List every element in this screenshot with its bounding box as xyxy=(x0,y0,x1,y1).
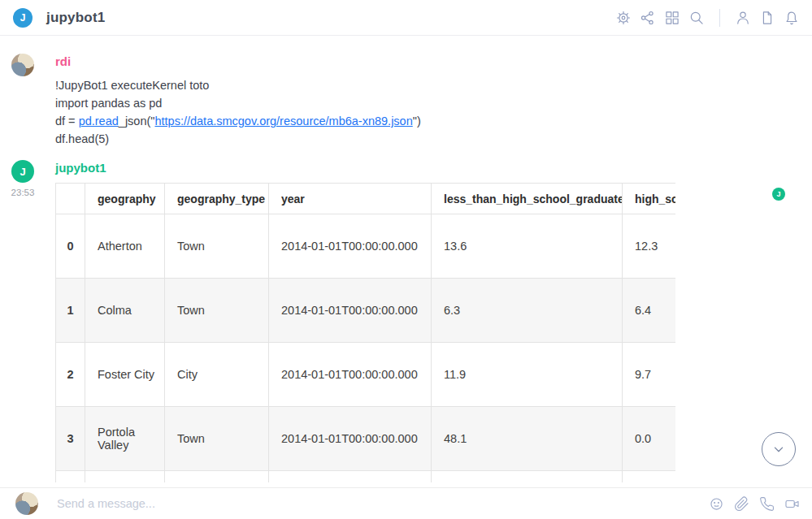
message-text-line: df.head(5) xyxy=(55,130,812,148)
table-cell xyxy=(165,471,269,483)
table-cell: 2014-01-01T00:00:00.000 xyxy=(269,214,432,279)
members-icon[interactable] xyxy=(735,10,751,26)
message-text-line: !JupyBot1 executeKernel toto xyxy=(55,76,812,94)
table-cell: 9.7 xyxy=(623,343,676,407)
dataset-url-link[interactable]: https://data.smcgov.org/resource/mb6a-xn… xyxy=(154,115,412,128)
row-index-cell: 1 xyxy=(56,279,85,343)
search-icon[interactable] xyxy=(688,10,705,26)
table-row: 0AthertonTown2014-01-01T00:00:00.00013.6… xyxy=(56,214,676,279)
message-jupybot1: J 23:53 jupybot1 geographygeography_type… xyxy=(0,160,812,482)
table-row: 2Foster CityCity2014-01-01T00:00:00.0001… xyxy=(56,343,676,407)
table-cell: Portola Valley xyxy=(85,407,165,471)
table-cell: Town xyxy=(165,279,269,343)
username[interactable]: jupybot1 xyxy=(55,160,812,176)
dataframe-table: geographygeography_typeyearless_than_hig… xyxy=(55,183,675,482)
settings-icon[interactable] xyxy=(615,10,632,26)
room-avatar[interactable]: J xyxy=(13,8,33,28)
table-cell: Town xyxy=(165,214,269,279)
row-index-cell: 0 xyxy=(56,214,85,279)
apps-grid-icon[interactable] xyxy=(664,10,680,26)
column-header: year xyxy=(269,184,432,214)
column-header: less_than_high_school_graduate xyxy=(432,184,623,214)
mini-avatar-badge: J xyxy=(772,188,785,201)
files-icon[interactable] xyxy=(759,10,775,26)
chat-app: J jupybot1 xyxy=(0,0,812,519)
channel-header: J jupybot1 xyxy=(0,0,812,36)
user-avatar[interactable] xyxy=(11,54,34,76)
table-cell xyxy=(56,471,85,483)
message-list[interactable]: rdi !JupyBot1 executeKernel toto import … xyxy=(0,36,812,487)
table-cell: 48.1 xyxy=(432,407,623,471)
share-icon[interactable] xyxy=(640,10,656,26)
table-cell: 0.0 xyxy=(623,407,676,471)
attachment-paperclip-icon[interactable] xyxy=(734,496,749,512)
table-cell: 2014-01-01T00:00:00.000 xyxy=(269,343,432,407)
table-cell: 6.3 xyxy=(432,279,623,343)
table-cell: Atherton xyxy=(85,214,165,279)
table-row-partial xyxy=(56,471,676,483)
column-header: geography xyxy=(85,184,165,214)
header-actions xyxy=(615,9,800,27)
row-index-cell: 2 xyxy=(56,343,85,407)
chevron-down-icon xyxy=(770,440,788,458)
own-avatar[interactable] xyxy=(15,492,38,515)
table-header-row: geographygeography_typeyearless_than_hig… xyxy=(56,184,676,214)
video-call-icon[interactable] xyxy=(784,496,800,512)
table-cell: 2014-01-01T00:00:00.000 xyxy=(269,407,432,471)
room-title: jupybot1 xyxy=(46,10,105,26)
message-composer xyxy=(0,487,812,519)
table-cell: 11.9 xyxy=(432,343,623,407)
username[interactable]: rdi xyxy=(55,54,812,70)
pd-read-link[interactable]: pd.read xyxy=(79,115,119,128)
table-cell xyxy=(85,471,165,483)
jump-to-bottom-button[interactable] xyxy=(762,432,796,466)
table-row: 3Portola ValleyTown2014-01-01T00:00:00.0… xyxy=(56,407,676,471)
column-header: high_sc xyxy=(623,184,676,214)
row-index-cell: 3 xyxy=(56,407,85,471)
table-cell: Colma xyxy=(85,279,165,343)
column-header: geography_type xyxy=(165,184,269,214)
notifications-bell-icon[interactable] xyxy=(784,10,800,26)
table-cell xyxy=(269,471,432,483)
table-cell: 2014-01-01T00:00:00.000 xyxy=(269,279,432,343)
emoji-icon[interactable] xyxy=(709,496,724,512)
message-text-line: df = pd.read_json("https://data.smcgov.o… xyxy=(55,112,812,130)
message-text-line: import pandas as pd xyxy=(55,94,812,112)
table-cell: 6.4 xyxy=(623,279,676,343)
table-cell: 13.6 xyxy=(432,214,623,279)
table-cell: Foster City xyxy=(85,343,165,407)
table-cell xyxy=(432,471,623,483)
message-timestamp: 23:53 xyxy=(0,188,46,197)
message-rdi: rdi !JupyBot1 executeKernel toto import … xyxy=(0,54,812,148)
table-cell: City xyxy=(165,343,269,407)
header-divider xyxy=(719,9,720,27)
bot-avatar[interactable]: J xyxy=(11,160,34,183)
message-input[interactable] xyxy=(57,497,709,510)
table-row: 1ColmaTown2014-01-01T00:00:00.0006.36.4 xyxy=(56,279,676,343)
table-cell: Town xyxy=(165,407,269,471)
table-cell: 12.3 xyxy=(623,214,676,279)
code-text: df = xyxy=(55,115,79,128)
phone-call-icon[interactable] xyxy=(759,496,775,512)
table-cell xyxy=(623,471,676,483)
code-text: ") xyxy=(413,115,421,128)
composer-actions xyxy=(709,496,800,512)
column-header xyxy=(56,184,85,214)
dataframe-table-wrapper: geographygeography_typeyearless_than_hig… xyxy=(55,183,675,482)
code-text: _json(" xyxy=(119,115,155,128)
